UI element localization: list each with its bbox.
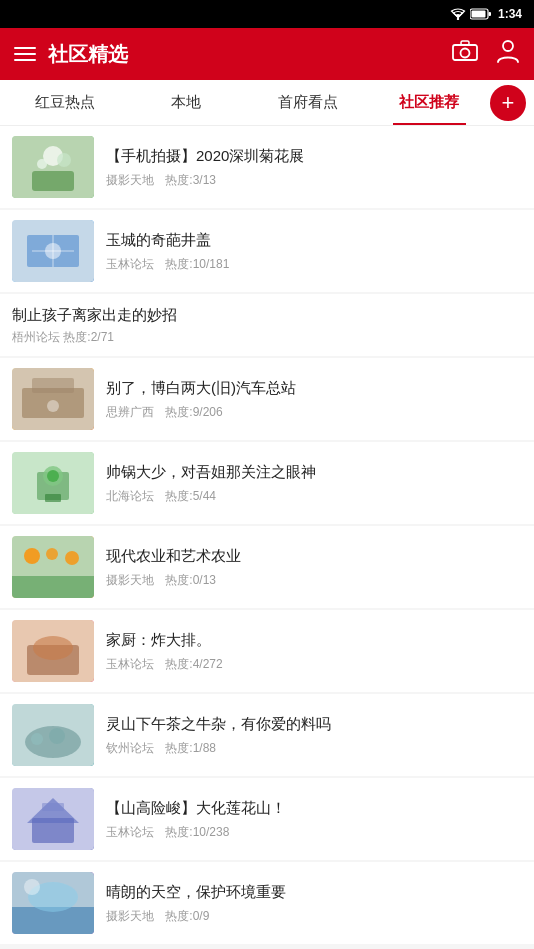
item-info: 家厨：炸大排。 玉林论坛 热度:4/272 (106, 629, 522, 673)
item-thumbnail (12, 136, 94, 198)
status-bar: 1:34 (0, 0, 534, 28)
item-forum: 北海论坛 (106, 489, 154, 503)
item-forum: 摄影天地 (106, 173, 154, 187)
battery-icon (470, 8, 492, 20)
svg-point-5 (461, 49, 470, 58)
svg-point-46 (24, 879, 40, 895)
svg-rect-20 (32, 378, 74, 393)
item-meta: 北海论坛 热度:5/44 (106, 488, 522, 505)
item-title: 玉城的奇葩井盖 (106, 229, 522, 250)
item-title: 【手机拍摄】2020深圳菊花展 (106, 145, 522, 166)
list-item[interactable]: 灵山下午茶之牛杂，有你爱的料吗 钦州论坛 热度:1/88 (0, 694, 534, 776)
list-item[interactable]: 家厨：炸大排。 玉林论坛 热度:4/272 (0, 610, 534, 692)
item-heat: 热度:10/238 (165, 825, 229, 839)
item-meta: 摄影天地 热度:3/13 (106, 172, 522, 189)
item-thumbnail (12, 788, 94, 850)
item-meta: 摄影天地 热度:0/13 (106, 572, 522, 589)
item-meta: 玉林论坛 热度:4/272 (106, 656, 522, 673)
item-meta: 玉林论坛 热度:10/238 (106, 824, 522, 841)
item-info: 现代农业和艺术农业 摄影天地 热度:0/13 (106, 545, 522, 589)
item-info: 玉城的奇葩井盖 玉林论坛 热度:10/181 (106, 229, 522, 273)
svg-rect-42 (42, 803, 64, 811)
item-heat: 热度:10/181 (165, 257, 229, 271)
svg-point-37 (31, 733, 43, 745)
item-heat: 热度:9/206 (165, 405, 222, 419)
camera-button[interactable] (452, 40, 478, 68)
item-forum: 玉林论坛 (106, 257, 154, 271)
item-info: 帅锅大少，对吾姐那关注之眼神 北海论坛 热度:5/44 (106, 461, 522, 505)
item-forum: 思辨广西 (106, 405, 154, 419)
item-title: 【山高险峻】大化莲花山！ (106, 797, 522, 818)
item-heat: 热度:5/44 (165, 489, 216, 503)
tab-bar: 红豆热点 本地 首府看点 社区推荐 + (0, 80, 534, 126)
item-heat: 热度:0/9 (165, 909, 209, 923)
item-title: 制止孩子离家出走的妙招 (12, 304, 177, 325)
item-meta: 梧州论坛 热度:2/71 (12, 329, 114, 346)
item-forum: 玉林论坛 (106, 657, 154, 671)
tab-local[interactable]: 本地 (126, 80, 248, 125)
tab-capital[interactable]: 首府看点 (247, 80, 369, 125)
item-heat: 热度:0/13 (165, 573, 216, 587)
list-item[interactable]: 玉城的奇葩井盖 玉林论坛 热度:10/181 (0, 210, 534, 292)
profile-button[interactable] (496, 38, 520, 70)
svg-rect-26 (45, 494, 61, 502)
svg-point-12 (57, 153, 71, 167)
list-item[interactable]: 帅锅大少，对吾姐那关注之眼神 北海论坛 热度:5/44 (0, 442, 534, 524)
item-thumbnail (12, 704, 94, 766)
status-time: 1:34 (498, 7, 522, 21)
header-icons (452, 38, 520, 70)
item-thumbnail (12, 872, 94, 934)
svg-point-29 (46, 548, 58, 560)
item-title: 现代农业和艺术农业 (106, 545, 522, 566)
menu-button[interactable] (14, 47, 36, 61)
app-header: 社区精选 (0, 28, 534, 80)
item-meta: 思辨广西 热度:9/206 (106, 404, 522, 421)
list-item[interactable]: 制止孩子离家出走的妙招 梧州论坛 热度:2/71 (0, 294, 534, 356)
svg-point-30 (65, 551, 79, 565)
svg-point-28 (24, 548, 40, 564)
svg-rect-10 (32, 171, 74, 191)
svg-point-34 (33, 636, 73, 660)
item-info: 【山高险峻】大化莲花山！ 玉林论坛 热度:10/238 (106, 797, 522, 841)
item-forum: 摄影天地 (106, 573, 154, 587)
svg-point-0 (457, 18, 459, 20)
header-left: 社区精选 (14, 41, 128, 68)
svg-point-21 (47, 400, 59, 412)
svg-point-7 (503, 41, 513, 51)
list-item[interactable]: 【手机拍摄】2020深圳菊花展 摄影天地 热度:3/13 (0, 126, 534, 208)
item-title: 灵山下午茶之牛杂，有你爱的料吗 (106, 713, 522, 734)
item-forum: 玉林论坛 (106, 825, 154, 839)
item-info: 【手机拍摄】2020深圳菊花展 摄影天地 热度:3/13 (106, 145, 522, 189)
add-button[interactable]: + (490, 85, 526, 121)
wifi-icon (450, 8, 466, 20)
list-item[interactable]: 别了，博白两大(旧)汽车总站 思辨广西 热度:9/206 (0, 358, 534, 440)
item-title: 别了，博白两大(旧)汽车总站 (106, 377, 522, 398)
item-thumbnail (12, 368, 94, 430)
svg-rect-2 (488, 12, 491, 16)
svg-rect-31 (12, 576, 94, 598)
list-item[interactable]: 晴朗的天空，保护环境重要 摄影天地 热度:0/9 (0, 862, 534, 944)
item-meta: 钦州论坛 热度:1/88 (106, 740, 522, 757)
item-thumbnail (12, 220, 94, 282)
list-item[interactable]: 现代农业和艺术农业 摄影天地 热度:0/13 (0, 526, 534, 608)
svg-point-38 (49, 728, 65, 744)
item-heat: 热度:3/13 (165, 173, 216, 187)
status-icons (450, 8, 492, 20)
item-heat: 热度:1/88 (165, 741, 216, 755)
tab-recommend[interactable]: 社区推荐 (369, 80, 491, 125)
item-thumbnail (12, 620, 94, 682)
item-thumbnail (12, 452, 94, 514)
tab-hot[interactable]: 红豆热点 (4, 80, 126, 125)
item-info: 灵山下午茶之牛杂，有你爱的料吗 钦州论坛 热度:1/88 (106, 713, 522, 757)
svg-rect-3 (471, 11, 485, 18)
item-title: 晴朗的天空，保护环境重要 (106, 881, 522, 902)
item-heat: 热度:2/71 (63, 330, 114, 344)
item-forum: 钦州论坛 (106, 741, 154, 755)
svg-point-11 (37, 159, 47, 169)
item-meta: 玉林论坛 热度:10/181 (106, 256, 522, 273)
item-meta: 摄影天地 热度:0/9 (106, 908, 522, 925)
content-list: 【手机拍摄】2020深圳菊花展 摄影天地 热度:3/13 玉城的奇葩井盖 玉林论… (0, 126, 534, 944)
item-info: 别了，博白两大(旧)汽车总站 思辨广西 热度:9/206 (106, 377, 522, 421)
list-item[interactable]: 【山高险峻】大化莲花山！ 玉林论坛 热度:10/238 (0, 778, 534, 860)
item-info: 晴朗的天空，保护环境重要 摄影天地 热度:0/9 (106, 881, 522, 925)
